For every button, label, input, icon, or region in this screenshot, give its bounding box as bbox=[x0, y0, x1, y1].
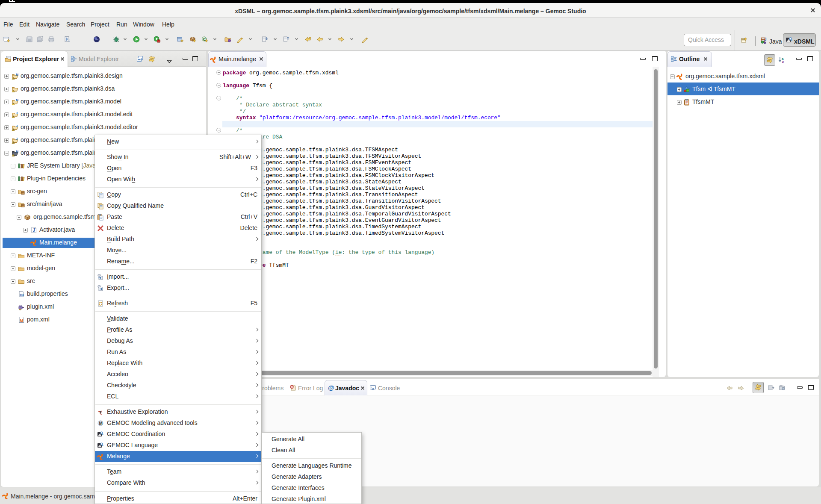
svg-text:z: z bbox=[782, 60, 784, 63]
svg-text:M: M bbox=[16, 150, 18, 153]
svg-text:J: J bbox=[16, 124, 18, 128]
svg-text:$: $ bbox=[100, 410, 102, 414]
svg-text:J: J bbox=[16, 137, 18, 141]
svg-text:J: J bbox=[16, 111, 18, 115]
svg-text:J: J bbox=[33, 228, 35, 233]
svg-text:M: M bbox=[20, 318, 24, 323]
svg-text:J: J bbox=[764, 37, 767, 42]
svg-text:M: M bbox=[16, 73, 18, 77]
svg-text:M: M bbox=[16, 98, 18, 102]
svg-text:010: 010 bbox=[20, 294, 24, 296]
svg-text:M: M bbox=[99, 421, 103, 426]
